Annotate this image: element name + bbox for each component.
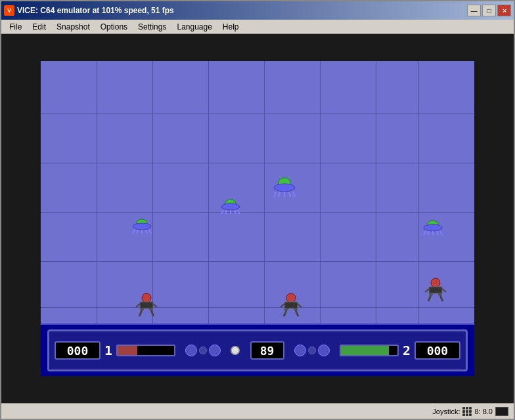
joystick-indicator: Joystick: 8: 8.0 xyxy=(432,407,508,416)
svg-line-23 xyxy=(288,176,290,178)
j-dot-7 xyxy=(462,413,465,416)
menu-edit[interactable]: Edit xyxy=(27,21,51,33)
svg-line-20 xyxy=(293,192,295,197)
svg-line-16 xyxy=(274,192,276,197)
svg-line-9 xyxy=(221,210,223,214)
svg-line-17 xyxy=(279,192,280,197)
svg-line-38 xyxy=(136,304,140,307)
hud-p2-section: 2 000 xyxy=(340,341,460,360)
svg-rect-43 xyxy=(294,308,298,310)
joystick-label: Joystick: xyxy=(432,408,460,415)
svg-rect-42 xyxy=(284,308,288,310)
svg-rect-41 xyxy=(284,302,298,308)
j-dot-1 xyxy=(462,407,465,410)
close-button[interactable]: ✕ xyxy=(497,5,511,16)
hud: 000 1 89 xyxy=(41,324,474,376)
svg-point-1 xyxy=(133,223,151,230)
window-controls: — □ ✕ xyxy=(467,5,511,16)
p2-num-label: 2 xyxy=(403,343,411,358)
svg-line-36 xyxy=(139,310,142,316)
j-dot-4 xyxy=(462,410,465,413)
menu-options[interactable]: Options xyxy=(95,21,133,33)
grid-v-2 xyxy=(152,61,153,324)
game-container: 000 1 89 xyxy=(41,61,474,376)
svg-line-45 xyxy=(296,310,298,316)
maximize-button[interactable]: □ xyxy=(482,5,496,16)
statusbar: Joystick: 8: 8.0 xyxy=(1,403,514,419)
grid-v-1 xyxy=(97,61,97,324)
application-window: V VICE: C64 emulator at 101% speed, 51 f… xyxy=(0,0,515,420)
p2-score: 000 xyxy=(414,341,460,360)
svg-line-55 xyxy=(442,289,446,292)
hud-ball xyxy=(231,346,240,355)
svg-line-3 xyxy=(137,230,138,234)
svg-line-37 xyxy=(151,310,154,316)
hud-inner: 000 1 89 xyxy=(47,329,468,371)
svg-line-46 xyxy=(280,304,284,307)
svg-point-8 xyxy=(221,203,240,210)
app-icon: V xyxy=(4,5,14,16)
svg-rect-33 xyxy=(140,302,153,308)
hud-p1-section: 000 1 xyxy=(55,341,175,360)
alien-sprite-1 xyxy=(129,215,154,238)
alien-sprite-3 xyxy=(271,176,298,202)
p1-health-bar xyxy=(116,345,175,356)
svg-line-44 xyxy=(284,310,286,316)
p2-health-bar xyxy=(340,345,399,356)
grid-v-6 xyxy=(376,61,376,324)
titlebar: V VICE: C64 emulator at 101% speed, 51 f… xyxy=(1,1,514,20)
grid-h-5 xyxy=(41,307,474,308)
grid-v-7 xyxy=(418,61,419,324)
p1-num-label: 1 xyxy=(104,343,112,358)
joystick-dot-grid xyxy=(462,407,472,416)
menu-language[interactable]: Language xyxy=(171,21,217,33)
grid-h-1 xyxy=(41,114,474,114)
svg-point-26 xyxy=(424,224,442,231)
main-content: 000 1 89 xyxy=(1,34,514,403)
minimize-button[interactable]: — xyxy=(467,5,481,16)
hud-icon-4 xyxy=(294,345,306,356)
svg-line-30 xyxy=(437,231,438,235)
p2-health-fill xyxy=(341,346,389,355)
svg-line-13 xyxy=(238,210,240,214)
hud-icon-6 xyxy=(318,345,330,356)
p1-health-fill xyxy=(118,346,137,355)
grid-h-2 xyxy=(41,163,474,163)
svg-line-52 xyxy=(428,295,431,301)
j-dot-9 xyxy=(469,413,472,416)
svg-line-28 xyxy=(428,231,429,235)
svg-line-6 xyxy=(149,230,151,234)
svg-point-48 xyxy=(431,278,440,287)
menubar: File Edit Snapshot Options Settings Lang… xyxy=(1,20,514,34)
grid-v-3 xyxy=(208,61,209,324)
menu-settings[interactable]: Settings xyxy=(133,21,171,33)
grid-v-4 xyxy=(264,61,265,324)
svg-rect-49 xyxy=(429,287,442,293)
hud-icon-1 xyxy=(185,345,197,356)
titlebar-left: V VICE: C64 emulator at 101% speed, 51 f… xyxy=(4,5,174,16)
alien-sprite-4 xyxy=(420,217,445,239)
p1-score: 000 xyxy=(55,341,101,360)
window-title: VICE: C64 emulator at 101% speed, 51 fps xyxy=(17,6,174,15)
svg-line-54 xyxy=(425,289,429,292)
hud-icons-left xyxy=(185,345,221,356)
menu-snapshot[interactable]: Snapshot xyxy=(51,21,95,33)
menu-file[interactable]: File xyxy=(4,21,27,33)
hud-icon-5 xyxy=(308,346,316,354)
alien-sprite-2 xyxy=(218,196,243,218)
grid-v-5 xyxy=(320,61,321,324)
hud-icons-right xyxy=(294,345,330,356)
j-dot-2 xyxy=(466,407,468,410)
robot-sprite-3 xyxy=(424,278,447,305)
svg-line-10 xyxy=(225,210,227,214)
svg-line-5 xyxy=(146,230,147,234)
j-dot-6 xyxy=(469,410,472,413)
robot-sprite-2 xyxy=(279,293,303,320)
svg-line-2 xyxy=(133,230,135,234)
menu-help[interactable]: Help xyxy=(217,21,244,33)
svg-line-53 xyxy=(440,295,443,301)
svg-rect-34 xyxy=(140,308,144,310)
grid-h-4 xyxy=(41,261,474,262)
svg-line-27 xyxy=(424,231,426,235)
svg-line-39 xyxy=(153,304,157,307)
